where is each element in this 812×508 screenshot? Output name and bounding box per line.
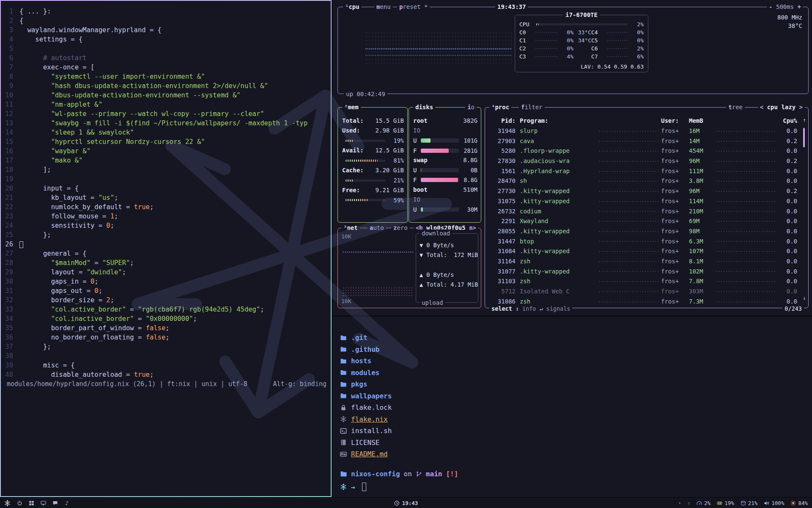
code-line[interactable]: 21 kb_layout = "us"; (3, 193, 330, 202)
prompt-input-line[interactable]: → (340, 483, 366, 491)
code-line[interactable]: 20 input = { (3, 184, 330, 193)
proc-panel-title[interactable]: ⁴proc (489, 103, 511, 111)
scroll-down-arrow[interactable]: ↓ (803, 295, 806, 301)
preset-button[interactable]: preset * (397, 3, 430, 11)
code-line[interactable]: 27 general = { (3, 249, 330, 258)
code-line[interactable]: 23 follow_mouse = 1; (3, 212, 330, 221)
process-table-header[interactable]: Pid: Program: User: MemB Cpu% (489, 116, 797, 126)
code-line[interactable]: 15 "hyprctl setcursor Nordzy-cursors 22 … (3, 137, 330, 146)
net-zero-toggle[interactable]: zero (391, 224, 410, 232)
nix-logo-icon[interactable] (4, 500, 11, 506)
process-row[interactable]: 31164zshfros+8.1M0.0 (489, 257, 797, 267)
code-line[interactable]: 29 layout = "dwindle"; (3, 268, 330, 277)
code-line[interactable]: 17 "mako &" (3, 156, 330, 165)
process-row[interactable]: 1561.Hyprland-wrapfros+111M0.0 (489, 166, 797, 177)
code-line[interactable]: 32 border_size = 2; (3, 295, 330, 305)
code-line[interactable]: 10 "dbus-update-activation-environment -… (3, 91, 330, 100)
power-icon[interactable] (17, 500, 22, 506)
process-row[interactable]: 28055.kitty-wrappedfros+98M0.0 (489, 226, 797, 237)
process-row[interactable]: 31075.kitty-wrappedfros+114M0.0 (489, 196, 797, 207)
volume-module[interactable]: 100% (764, 500, 784, 506)
code-line[interactable]: 39 misc = { (3, 361, 330, 370)
code-line[interactable]: 1{ ... }: (3, 7, 330, 16)
editor-window[interactable]: 1{ ... }:2{3 wayland.windowManager.hyprl… (0, 0, 332, 497)
grid-icon[interactable] (29, 500, 34, 506)
code-line[interactable]: 24 sensitivity = 0; (3, 221, 330, 230)
tray-icon-2[interactable]: ↕ (687, 500, 690, 506)
code-line[interactable]: 4 settings = { (3, 35, 330, 44)
code-line[interactable]: 7 exec-once = [ (3, 63, 330, 72)
net-panel-title[interactable]: ³net (341, 224, 360, 232)
process-row[interactable]: 28470shfros+3.8M0.0 (489, 176, 797, 186)
process-row[interactable]: 5280.floorp-wrappefros+454M0.0 (489, 146, 797, 156)
filter-button[interactable]: filter (519, 103, 545, 111)
code-line[interactable]: 25 }; (3, 230, 330, 240)
process-row[interactable]: 27730.kitty-wrappedfros+96M0.2 (489, 186, 797, 196)
sun-module[interactable]: 84% (790, 500, 808, 506)
process-scrollbar[interactable] (803, 128, 805, 147)
code-line[interactable]: 37 }; (3, 342, 330, 351)
process-footer-keys[interactable]: select↕info↵signals (489, 305, 572, 312)
code-line[interactable]: 2{ (3, 16, 330, 25)
chat-icon[interactable] (52, 500, 58, 506)
process-row[interactable]: 31077.kitty-wrappedfros+102M0.0 (489, 267, 797, 277)
code-line[interactable]: 16 "waybar &" (3, 146, 330, 156)
code-line[interactable]: 8 "systemctl --user import-environment &… (3, 72, 330, 81)
io-mode-toggle[interactable]: io (465, 103, 477, 111)
code-area[interactable]: 1{ ... }:2{3 wayland.windowManager.hyprl… (3, 7, 330, 379)
code-line[interactable]: 26 (3, 240, 330, 249)
process-row[interactable]: 27903cavafros+14M0.2 (489, 136, 797, 146)
ram-module[interactable]: 19% (717, 500, 734, 506)
code-text: exec-once = [ (19, 63, 330, 72)
disk-module[interactable]: 21% (741, 500, 758, 506)
file-entry: flake.nix (340, 414, 808, 425)
code-line[interactable]: 11 "nm-applet &" (3, 100, 330, 109)
code-line[interactable]: 18 ]; (3, 165, 330, 174)
process-row[interactable]: 26732codiumfros+210M0.0 (489, 207, 797, 217)
process-row[interactable]: 31103zshfros+7.8M0.0 (489, 276, 797, 287)
code-line[interactable]: 38 (3, 351, 330, 361)
sort-column-control[interactable]: < cpu lazy > (758, 103, 805, 111)
line-number: 1 (3, 7, 19, 16)
code-line[interactable]: 31 gaps_out = 0; (3, 286, 330, 295)
process-row[interactable]: 31948slurpfros+16M0.0 (489, 126, 797, 136)
tree-toggle[interactable]: tree (726, 103, 745, 111)
code-line[interactable]: 5 (3, 44, 330, 53)
code-line[interactable]: 13 "swaybg -m fill -i $(find ~/Pictures/… (3, 119, 330, 128)
monitor-icon[interactable] (41, 500, 46, 506)
code-line[interactable]: 6 # autostart (3, 53, 330, 63)
code-line[interactable]: 33 "col.active_border" = "rgb(cba6f7) rg… (3, 305, 330, 314)
code-line[interactable]: 35 border_part_of_window = false; (3, 323, 330, 333)
music-icon[interactable]: ♪ (64, 500, 70, 506)
code-line[interactable]: 19 (3, 174, 330, 184)
process-row[interactable]: 31084.kitty-wrappedfros+107M0.0 (489, 246, 797, 257)
code-line[interactable]: 9 "hash dbus-update-activation-environme… (3, 81, 330, 91)
gauge-module[interactable]: 2% (697, 500, 710, 506)
process-row[interactable]: 31447btopfros+6.3M0.0 (489, 237, 797, 247)
process-row[interactable]: 5712Isolated Web Cfros+303M0.0 (489, 287, 797, 297)
code-line[interactable]: 3 wayland.windowManager.hyprland = { (3, 25, 330, 35)
tray-icon-1[interactable]: ▾ (678, 500, 681, 506)
mem-panel-title[interactable]: ²mem (342, 103, 361, 111)
line-number: 22 (3, 202, 19, 212)
code-line[interactable]: 14 "sleep 1 && swaylock" (3, 128, 330, 137)
code-line[interactable]: 22 numlock_by_default = true; (3, 202, 330, 212)
terminal-window[interactable]: .git.githubhostsmodulespkgswallpapersfla… (332, 317, 812, 497)
net-auto-toggle[interactable]: auto (368, 224, 386, 232)
code-line[interactable]: 34 "col.inactive_border" = "0x00000000"; (3, 314, 330, 323)
code-line[interactable]: 12 "wl-paste --primary --watch wl-copy -… (3, 109, 330, 119)
code-line[interactable]: 28 "$mainMod" = "SUPER"; (3, 258, 330, 268)
clock-module[interactable]: 19:43 (394, 500, 418, 506)
code-line[interactable]: 36 no_border_on_floating = false; (3, 333, 330, 342)
menu-button[interactable]: menu (374, 3, 393, 11)
process-row[interactable]: 2291Xwaylandfros+69M0.0 (489, 216, 797, 226)
code-line[interactable]: 40 disable_autoreload = true; (3, 370, 330, 379)
system-monitor-window[interactable]: ¹cpu menu preset * 19:43:37 - 500ms + 80… (332, 0, 812, 315)
file-name: flake.lock (351, 403, 392, 411)
code-text: }; (19, 342, 330, 351)
update-interval-control[interactable]: - 500ms + (767, 3, 803, 11)
scroll-up-arrow[interactable]: ↑ (803, 117, 806, 123)
process-row[interactable]: 27830.audacious-wrafros+96M0.2 (489, 156, 797, 166)
cpu-panel-title[interactable]: ¹cpu (343, 3, 362, 11)
code-line[interactable]: 30 gaps_in = 0; (3, 277, 330, 286)
